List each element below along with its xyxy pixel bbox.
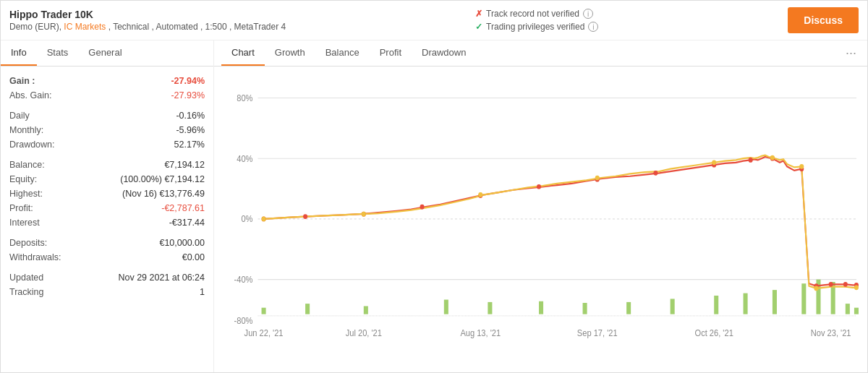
check-icon: ✓ [475, 22, 482, 32]
svg-point-43 [262, 217, 266, 222]
more-options-button[interactable]: ··· [842, 42, 860, 64]
svg-point-45 [478, 192, 482, 197]
chart-area: 80% 40% 0% -40% -80% [214, 67, 867, 372]
gain-value: -27.94% [171, 76, 205, 86]
tab-info[interactable]: Info [1, 40, 37, 66]
balance-row: Balance: €7,194.12 [9, 158, 205, 172]
svg-rect-12 [364, 306, 368, 314]
trading-privileges-item: ✓ Trading privileges verified i [475, 22, 598, 32]
svg-text:-80%: -80% [234, 315, 253, 325]
svg-rect-26 [854, 308, 859, 314]
monthly-value: -5.96% [176, 125, 205, 135]
profit-value: -€2,787.61 [161, 203, 205, 213]
info-panel: Gain : -27.94% Abs. Gain: -27.93% Daily … [1, 67, 213, 372]
svg-point-50 [814, 286, 818, 291]
highest-row: Highest: (Nov 16) €13,776.49 [9, 186, 205, 201]
tracking-row: Tracking 1 [9, 285, 205, 299]
drawdown-label: Drawdown: [9, 140, 55, 150]
trading-privileges-label: Trading privileges verified [486, 22, 584, 32]
chart-tab-drawdown[interactable]: Drawdown [412, 40, 476, 66]
tracking-label: Tracking [9, 287, 43, 297]
account-title: Hippo Trader 10K [9, 9, 286, 20]
monthly-label: Monthly: [9, 125, 43, 135]
right-panel: Chart Growth Balance Profit Drawdown ··· [214, 40, 867, 372]
interest-label: Interest [9, 218, 40, 228]
svg-rect-22 [801, 283, 806, 314]
equity-label: Equity: [9, 174, 37, 184]
svg-text:80%: 80% [237, 93, 252, 103]
x-icon: ✗ [475, 9, 482, 19]
discuss-button[interactable]: Discuss [788, 7, 859, 33]
svg-point-44 [362, 212, 366, 217]
highest-value: (Nov 16) €13,776.49 [122, 189, 205, 199]
svg-rect-18 [671, 299, 675, 314]
trading-privileges-info-icon[interactable]: i [588, 22, 598, 32]
abs-gain-label: Abs. Gain: [9, 90, 51, 100]
svg-point-34 [653, 171, 658, 176]
profit-row: Profit: -€2,787.61 [9, 201, 205, 215]
tab-stats[interactable]: Stats [37, 40, 79, 66]
svg-rect-17 [626, 302, 631, 314]
interest-row: Interest -€317.44 [9, 215, 205, 230]
monthly-row: Monthly: -5.96% [9, 123, 205, 137]
left-tabs: Info Stats General [1, 40, 213, 67]
chart-svg: 80% 40% 0% -40% -80% [218, 74, 860, 372]
ic-markets-link[interactable]: IC Markets [64, 22, 106, 32]
chart-tab-profit[interactable]: Profit [370, 40, 412, 66]
withdrawals-row: Withdrawals: €0.00 [9, 250, 205, 265]
svg-text:Aug 13, '21: Aug 13, '21 [460, 327, 501, 338]
equity-value: (100.00%) €7,194.12 [120, 174, 205, 184]
svg-rect-11 [305, 304, 310, 314]
track-record-info-icon[interactable]: i [583, 9, 593, 19]
daily-value: -0.16% [176, 111, 205, 121]
chart-tab-growth[interactable]: Growth [265, 40, 315, 66]
svg-rect-15 [539, 301, 543, 314]
daily-row: Daily -0.16% [9, 108, 205, 123]
deposits-row: Deposits: €10,000.00 [9, 236, 205, 250]
chart-tabs: Chart Growth Balance Profit Drawdown ··· [214, 40, 867, 67]
svg-point-40 [829, 282, 833, 287]
svg-point-36 [749, 158, 753, 163]
equity-row: Equity: (100.00%) €7,194.12 [9, 172, 205, 186]
svg-point-41 [843, 282, 848, 287]
svg-point-49 [799, 164, 804, 169]
left-panel: Info Stats General Gain : -27.94% Abs. G… [1, 40, 214, 372]
svg-rect-20 [744, 293, 748, 314]
svg-text:-40%: -40% [234, 275, 253, 285]
svg-point-48 [770, 155, 775, 160]
balance-value: €7,194.12 [164, 160, 205, 170]
header-left: Hippo Trader 10K Demo (EUR), IC Markets … [9, 9, 286, 32]
svg-rect-19 [714, 296, 718, 314]
chart-tab-balance[interactable]: Balance [315, 40, 370, 66]
main-content: Info Stats General Gain : -27.94% Abs. G… [1, 40, 867, 372]
withdrawals-label: Withdrawals: [9, 252, 61, 262]
svg-rect-14 [488, 302, 492, 314]
highest-label: Highest: [9, 189, 43, 199]
svg-text:Oct 26, '21: Oct 26, '21 [695, 327, 733, 338]
svg-rect-10 [262, 308, 266, 314]
track-record-item: ✗ Track record not verified i [475, 9, 598, 19]
updated-label: Updated [9, 273, 43, 283]
svg-text:Jul 20, '21: Jul 20, '21 [346, 327, 382, 338]
deposits-label: Deposits: [9, 238, 47, 248]
svg-rect-25 [846, 304, 850, 314]
abs-gain-row: Abs. Gain: -27.93% [9, 88, 205, 103]
drawdown-row: Drawdown: 52.17% [9, 137, 205, 152]
tab-general[interactable]: General [78, 40, 132, 66]
svg-point-32 [537, 184, 541, 189]
gain-row: Gain : -27.94% [9, 74, 205, 88]
svg-rect-13 [444, 300, 448, 314]
tracking-value: 1 [200, 287, 205, 297]
svg-rect-21 [773, 290, 777, 314]
chart-tab-chart[interactable]: Chart [221, 40, 265, 66]
svg-point-28 [303, 214, 307, 219]
gain-label: Gain : [9, 76, 35, 86]
updated-value: Nov 29 2021 at 06:24 [118, 273, 205, 283]
svg-point-46 [595, 176, 600, 181]
withdrawals-value: €0.00 [182, 252, 205, 262]
svg-point-47 [712, 160, 716, 165]
deposits-value: €10,000.00 [159, 238, 205, 248]
interest-value: -€317.44 [169, 218, 205, 228]
track-record-label: Track record not verified [486, 9, 579, 19]
svg-text:40%: 40% [237, 153, 252, 163]
